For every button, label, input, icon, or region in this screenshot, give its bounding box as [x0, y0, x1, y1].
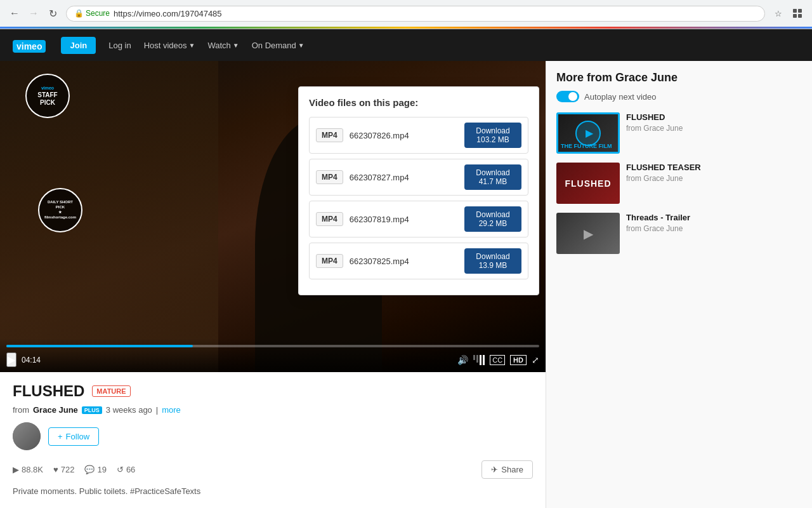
sidebar-video-info-0: FLUSHED from Grace June — [626, 112, 802, 154]
sidebar-video-title-1: FLUSHED TEASER — [626, 163, 802, 172]
time-display: 04:14 — [22, 356, 41, 364]
controls-row: ▶ 04:14 🔊 CC HD ⤢ — [6, 352, 539, 367]
sidebar-video-info-2: Threads - Trailer from Grace June — [626, 213, 802, 254]
share-button[interactable]: ✈ Share — [481, 460, 533, 479]
download-panel-title: Video files on this page: — [309, 97, 528, 108]
title-row: FLUSHED MATURE — [13, 382, 533, 400]
download-row-3: MP4 662307825.mp4 Download13.9 MB — [309, 243, 528, 279]
vimeo-label: vimeo — [41, 86, 54, 90]
speech-icon: 💬 — [84, 465, 95, 474]
share-icon: ✈ — [491, 465, 498, 474]
quality-bars — [473, 355, 485, 365]
video-container: vimeo STAFFPICK DAILY SHORTPICK★filmshor… — [0, 61, 546, 508]
url-text: https://vimeo.com/197047485 — [114, 9, 222, 18]
login-link[interactable]: Log in — [108, 41, 131, 50]
watch-chevron-icon: ▼ — [233, 42, 239, 49]
back-button[interactable]: ← — [6, 5, 23, 22]
volume-icon[interactable]: 🔊 — [457, 355, 468, 365]
fullscreen-button[interactable]: ⤢ — [532, 355, 539, 365]
filename-0: 662307826.mp4 — [350, 131, 458, 140]
follow-button[interactable]: + Follow — [48, 427, 99, 446]
on-demand-chevron-icon: ▼ — [298, 42, 304, 49]
sidebar-video-item-0[interactable]: ▶ THE FUTURE FILM FLUSHED from Grace Jun… — [556, 112, 802, 154]
video-player[interactable]: vimeo STAFFPICK DAILY SHORTPICK★filmshor… — [0, 61, 546, 372]
sidebar-video-item-2[interactable]: ▶ Threads - Trailer from Grace June — [556, 213, 802, 254]
nav-buttons: ← → ↻ — [6, 5, 61, 22]
sidebar-header: More from Grace June — [556, 71, 802, 84]
vimeo-logo-text: vimeo — [13, 40, 46, 53]
download-row-1: MP4 662307827.mp4 Download41.7 MB — [309, 159, 528, 196]
download-row-2: MP4 662307819.mp4 Download29.2 MB — [309, 201, 528, 237]
autoplay-label: Autoplay next video — [584, 92, 656, 102]
forward-button[interactable]: → — [25, 5, 42, 22]
follow-plus-icon: + — [58, 432, 63, 441]
browser-actions: ☆ — [770, 5, 806, 22]
comments-stat: 💬 19 — [84, 465, 106, 474]
daily-pick-badge: DAILY SHORTPICK★filmshortage.com — [38, 188, 82, 232]
views-stat: ▶ 88.8K — [13, 465, 43, 474]
download-button-0[interactable]: Download103.2 MB — [464, 123, 521, 148]
daily-pick-text: DAILY SHORTPICK★filmshortage.com — [44, 200, 76, 220]
url-bar[interactable]: 🔒 Secure https://vimeo.com/197047485 — [66, 6, 765, 22]
watch-link[interactable]: Watch ▼ — [207, 41, 239, 50]
cc-button[interactable]: CC — [490, 355, 505, 365]
download-row-0: MP4 662307826.mp4 Download103.2 MB — [309, 117, 528, 154]
filename-3: 662307825.mp4 — [350, 257, 458, 266]
progress-fill — [6, 345, 193, 347]
avatar-follow-row: + Follow — [13, 422, 533, 450]
sidebar-thumb-0: ▶ THE FUTURE FILM — [556, 112, 620, 154]
secure-label: Secure — [86, 9, 110, 18]
hd-badge: HD — [510, 355, 527, 365]
join-button[interactable]: Join — [61, 37, 96, 54]
filename-2: 662307819.mp4 — [350, 215, 458, 224]
host-videos-link[interactable]: Host videos ▼ — [144, 41, 195, 50]
vimeo-navbar: vimeo Join Log in Host videos ▼ Watch ▼ … — [0, 29, 812, 61]
more-link[interactable]: more — [162, 405, 181, 415]
download-button-2[interactable]: Download29.2 MB — [464, 206, 521, 232]
play-button[interactable]: ▶ — [6, 352, 16, 367]
sidebar-video-author-1: from Grace June — [626, 174, 802, 183]
right-sidebar: More from Grace June Autoplay next video… — [546, 61, 812, 508]
autoplay-toggle[interactable] — [556, 91, 579, 102]
autoplay-row: Autoplay next video — [556, 91, 802, 102]
sidebar-video-item-1[interactable]: FLUSHED FLUSHED TEASER from Grace June — [556, 163, 802, 204]
reload-button[interactable]: ↻ — [44, 5, 61, 22]
bookmark-button[interactable]: ☆ — [770, 5, 787, 22]
svg-rect-0 — [793, 9, 797, 13]
host-chevron-icon: ▼ — [189, 42, 195, 49]
toggle-thumb — [568, 92, 577, 101]
browser-chrome: ← → ↻ 🔒 Secure https://vimeo.com/1970474… — [0, 0, 812, 29]
posted-time: 3 weeks ago — [106, 405, 152, 415]
heart-icon: ♥ — [53, 465, 58, 474]
video-info: FLUSHED MATURE from Grace June PLUS 3 we… — [0, 372, 546, 508]
staff-pick-text: STAFFPICK — [37, 91, 57, 107]
progress-bar[interactable] — [6, 345, 539, 347]
stats-row: ▶ 88.8K ♥ 722 💬 19 ↺ 66 ✈ Share — [13, 460, 533, 479]
format-badge-3: MP4 — [316, 254, 343, 268]
video-description: Private moments. Public toilets. #Practi… — [13, 486, 533, 496]
likes-stat: ♥ 722 — [53, 465, 74, 474]
on-demand-link[interactable]: On Demand ▼ — [252, 41, 304, 50]
download-button-1[interactable]: Download41.7 MB — [464, 164, 521, 190]
vimeo-logo: vimeo — [13, 37, 48, 53]
svg-rect-1 — [798, 9, 802, 13]
download-button-3[interactable]: Download13.9 MB — [464, 248, 521, 274]
author-name: Grace June — [33, 405, 78, 415]
extensions-button[interactable] — [789, 5, 806, 22]
secure-indicator: 🔒 Secure — [74, 9, 110, 18]
repost-icon: ↺ — [117, 465, 124, 474]
right-controls: 🔊 CC HD ⤢ — [457, 355, 539, 365]
svg-rect-2 — [793, 14, 797, 18]
sidebar-thumb-1: FLUSHED — [556, 163, 620, 204]
sidebar-video-info-1: FLUSHED TEASER from Grace June — [626, 163, 802, 204]
reposts-stat: ↺ 66 — [117, 465, 135, 474]
browser-toolbar: ← → ↻ 🔒 Secure https://vimeo.com/1970474… — [0, 0, 812, 27]
sidebar-thumb-2: ▶ — [556, 213, 620, 254]
views-count: 88.8K — [22, 465, 43, 474]
browser-progress-bar — [0, 27, 812, 29]
main-content: vimeo STAFFPICK DAILY SHORTPICK★filmshor… — [0, 61, 812, 508]
format-badge-1: MP4 — [316, 170, 343, 184]
sidebar-video-title-2: Threads - Trailer — [626, 213, 802, 222]
filename-1: 662307827.mp4 — [350, 173, 458, 182]
svg-rect-3 — [798, 14, 802, 18]
